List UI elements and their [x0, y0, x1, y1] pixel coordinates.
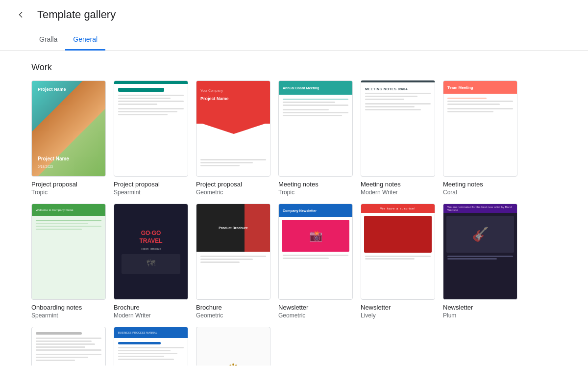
template-theme: Geometric — [196, 312, 270, 319]
template-theme: Modern Writer — [114, 312, 188, 319]
template-theme: Lively — [361, 312, 435, 319]
header: Template gallery — [0, 0, 588, 29]
template-card-newsletter-plum[interactable]: We are nominated for the best new artist… — [443, 204, 517, 319]
template-card-brochure-geometric[interactable]: Product Brochure Brochure Geometric — [196, 204, 270, 319]
template-card-proj-geometric[interactable]: Your Company Project Name Project propos… — [196, 80, 270, 196]
thumb-tropic-project: Project Name 5/18/2023 — [32, 81, 105, 176]
template-card-newsletter-geometric[interactable]: Company Newsletter 📸 Newsletter Geometri… — [278, 204, 353, 319]
template-name: Onboarding notes — [31, 304, 106, 311]
template-name: Meeting notes — [443, 181, 517, 188]
template-card-business-manual[interactable]: BUSINESS PROCESS MANUAL Business Process… — [114, 327, 188, 366]
content-area: Work Project Name 5/18/2023 Project prop… — [0, 51, 588, 366]
template-name: Meeting notes — [278, 181, 353, 188]
template-card-onboard-spearmint[interactable]: Welcome to Company Name Onboarding notes… — [31, 204, 106, 319]
template-name: Project proposal — [114, 181, 188, 188]
template-card-consulting[interactable]: ❋ Consulting AgreementTemplate Consultin… — [196, 327, 270, 366]
template-theme: Spearmint — [31, 312, 106, 319]
template-card-meet-tropic[interactable]: Annual Board Meeting Meeting notes Tropi… — [278, 80, 353, 196]
template-card-plain-doc[interactable]: Non-disclosure agreement — [31, 327, 106, 366]
template-name: Newsletter — [443, 304, 517, 311]
page-title: Template gallery — [37, 8, 116, 21]
template-theme: Geometric — [196, 189, 270, 196]
template-card-brochure-modern[interactable]: GO·GOTRAVEL Ticket Template 🗺 Brochure M… — [114, 204, 188, 319]
template-name: Newsletter — [361, 304, 435, 311]
template-name: Brochure — [196, 304, 270, 311]
template-card-meet-modern[interactable]: MEETING NOTES 09/04 Meeting notes Modern… — [361, 80, 435, 196]
tab-gralla[interactable]: Gralla — [31, 29, 65, 51]
template-name: Brochure — [114, 304, 188, 311]
template-name: Project proposal — [196, 181, 270, 188]
template-card-meet-coral[interactable]: Team Meeting Meeting notes Coral — [443, 80, 517, 196]
tab-general[interactable]: General — [65, 29, 105, 51]
template-card-newsletter-lively[interactable]: We have a surprise! Newsletter Lively — [361, 204, 435, 319]
template-name: Project proposal — [31, 181, 106, 188]
template-theme: Plum — [443, 312, 517, 319]
template-name: Newsletter — [278, 304, 353, 311]
tabs-bar: Gralla General — [0, 29, 588, 51]
template-grid: Project Name 5/18/2023 Project proposal … — [31, 80, 557, 366]
back-button[interactable] — [12, 6, 29, 24]
template-theme: Modern Writer — [361, 189, 435, 196]
template-card-proj-spearmint[interactable]: Project proposal Spearmint — [114, 80, 188, 196]
template-theme: Spearmint — [114, 189, 188, 196]
back-icon — [16, 10, 25, 20]
template-theme: Coral — [443, 189, 517, 196]
section-title-work: Work — [31, 62, 557, 73]
template-theme: Tropic — [31, 189, 106, 196]
template-card-proj-tropic[interactable]: Project Name 5/18/2023 Project proposal … — [31, 80, 106, 196]
template-theme: Geometric — [278, 312, 353, 319]
template-name: Meeting notes — [361, 181, 435, 188]
template-theme: Tropic — [278, 189, 353, 196]
